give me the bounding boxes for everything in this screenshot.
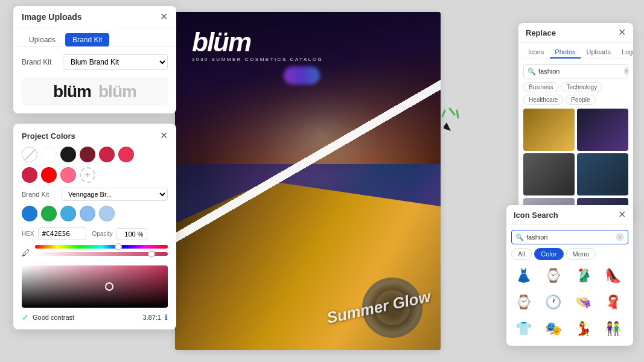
swatch-pink[interactable] — [60, 167, 76, 183]
replace-tabs: Icons Photos Uploads Logos — [518, 43, 633, 59]
icon-search-title: Icon Search — [514, 211, 558, 220]
icon-item-3[interactable]: 🥻 — [571, 264, 595, 288]
icon-search-clear[interactable]: ✕ — [616, 233, 624, 241]
brand-kit-colors-row: Brand Kit Venngage Br... — [22, 188, 168, 201]
swatch-none[interactable] — [22, 147, 37, 162]
brand-kit-label: Brand Kit — [22, 58, 58, 66]
replace-search-input[interactable] — [538, 68, 622, 75]
brand-swatch-blue[interactable] — [22, 206, 37, 221]
icon-item-2[interactable]: ⌚ — [541, 264, 566, 288]
swatch-bright-red[interactable] — [41, 167, 57, 183]
icon-tab-color[interactable]: Color — [534, 248, 563, 260]
icon-item-10[interactable]: 🎭 — [541, 317, 566, 341]
icon-item-6[interactable]: 🕐 — [541, 290, 566, 314]
brand-kit-select[interactable]: Blum Brand Kit — [63, 54, 168, 70]
icon-search-icon: 🔍 — [515, 233, 524, 241]
photo-thumb-2[interactable] — [577, 109, 628, 151]
contrast-value: 3.87:1 — [142, 314, 161, 321]
swatch-red3[interactable] — [22, 167, 37, 183]
brand-swatch-green[interactable] — [41, 206, 57, 221]
icon-item-7[interactable]: 👒 — [571, 290, 595, 314]
replace-search-clear[interactable]: ✕ — [624, 67, 629, 75]
tab-brand-kit[interactable]: Brand Kit — [65, 33, 109, 46]
color-sliders — [35, 245, 168, 256]
icon-item-4[interactable]: 👠 — [601, 264, 625, 288]
brand-kit-colors-select[interactable]: Venngage Br... — [62, 188, 168, 201]
photo-thumb-3[interactable] — [523, 153, 575, 195]
chip-people[interactable]: People — [566, 95, 595, 105]
swatch-red2[interactable] — [118, 147, 134, 162]
icon-item-11[interactable]: 💃 — [571, 317, 595, 341]
icon-item-8[interactable]: 🧣 — [601, 290, 625, 314]
brand-swatch-lightblue[interactable] — [60, 206, 76, 221]
photo-thumb-4[interactable] — [577, 153, 628, 195]
icon-item-9[interactable]: 👕 — [511, 317, 535, 341]
swatch-black[interactable] — [60, 147, 76, 162]
chip-business[interactable]: Business — [523, 82, 559, 92]
contrast-info-icon[interactable]: ℹ — [165, 313, 168, 322]
chip-technology[interactable]: Technology — [561, 82, 603, 92]
contrast-label: Good contrast — [33, 314, 74, 321]
chip-healthcare[interactable]: Healthcare — [523, 95, 563, 105]
catalog-subtitle: 2030 SUMMER COSMETICS CATALOG — [192, 57, 323, 62]
brand-name-text: blüm — [192, 29, 323, 56]
eyedropper-icon[interactable]: 🖊 — [22, 248, 30, 258]
swatch-red1[interactable] — [99, 147, 115, 162]
replace-search-bar: 🔍 ✕ — [523, 64, 628, 78]
contrast-row: ✓ Good contrast 3.87:1 ℹ — [22, 313, 168, 322]
panel-tabs: Uploads Brand Kit — [13, 28, 176, 47]
brand-kit-row: Brand Kit Blum Brand Kit — [22, 54, 168, 70]
icon-tab-all[interactable]: All — [511, 248, 532, 260]
tab-uploads[interactable]: Uploads — [22, 33, 63, 46]
replace-tab-logos[interactable]: Logos — [617, 46, 633, 59]
swatch-add[interactable]: + — [80, 167, 95, 183]
color-picker-dot[interactable] — [105, 282, 113, 291]
brand-kit-colors-label: Brand Kit — [22, 191, 57, 198]
icon-tab-mono[interactable]: Mono — [566, 248, 596, 260]
project-colors-panel: Project Colors ✕ + Brand Kit Venngage Br… — [13, 124, 176, 329]
canvas-brand-title: blüm 2030 SUMMER COSMETICS CATALOG — [192, 29, 323, 62]
icon-search-close[interactable]: ✕ — [618, 210, 626, 220]
brand-color-swatches — [22, 206, 168, 221]
canvas-area: blüm 2030 SUMMER COSMETICS CATALOG Summe… — [175, 12, 441, 350]
opacity-input[interactable] — [116, 228, 147, 240]
color-picker-gradient[interactable] — [22, 265, 168, 308]
hex-input[interactable] — [38, 227, 86, 240]
icon-search-bar: 🔍 ✕ — [511, 230, 628, 244]
replace-title: Replace — [526, 28, 556, 37]
icon-search-header: Icon Search ✕ — [506, 205, 633, 225]
project-colors-title: Project Colors — [22, 132, 75, 141]
replace-close-button[interactable]: ✕ — [618, 28, 626, 37]
hue-slider-track[interactable] — [35, 245, 168, 249]
color-swatches-row2: + — [22, 167, 168, 183]
icon-type-tabs: All Color Mono — [506, 248, 633, 264]
swatch-dark-red[interactable] — [80, 147, 95, 162]
image-uploads-panel: Image Uploads ✕ Uploads Brand Kit Brand … — [13, 6, 176, 113]
hex-label: HEX — [22, 230, 34, 237]
icon-item-5[interactable]: ⌚ — [511, 290, 535, 314]
color-swatches-row1 — [22, 147, 168, 162]
logo-light: blüm — [98, 82, 136, 101]
section-header: Project Colors ✕ — [22, 131, 168, 141]
saturation-slider-thumb[interactable] — [148, 250, 155, 258]
brand-swatch-verylightblue[interactable] — [99, 206, 115, 221]
logo-dark: blüm — [53, 82, 91, 101]
close-button[interactable]: ✕ — [160, 12, 168, 22]
hue-slider-thumb[interactable] — [115, 243, 122, 250]
icon-search-panel: Icon Search ✕ 🔍 ✕ All Color Mono 👗 ⌚ 🥻 👠… — [506, 205, 633, 346]
brand-swatch-paleblue[interactable] — [80, 206, 95, 221]
icon-item-1[interactable]: 👗 — [511, 264, 535, 288]
icon-item-12[interactable]: 👫 — [601, 317, 625, 341]
project-colors-close[interactable]: ✕ — [160, 131, 168, 141]
replace-header: Replace ✕ — [518, 23, 633, 43]
eyedropper-row: 🖊 — [22, 245, 168, 261]
sliders-area — [35, 245, 168, 261]
replace-tab-uploads[interactable]: Uploads — [582, 46, 616, 59]
saturation-slider-track[interactable] — [35, 252, 168, 256]
replace-tab-photos[interactable]: Photos — [550, 46, 580, 59]
replace-tab-icons[interactable]: Icons — [523, 46, 549, 59]
swatch-white[interactable] — [41, 147, 57, 162]
photo-thumb-1[interactable] — [523, 109, 575, 151]
filter-chips: Business Technology Healthcare People — [518, 82, 633, 109]
icon-search-input[interactable] — [526, 233, 613, 241]
